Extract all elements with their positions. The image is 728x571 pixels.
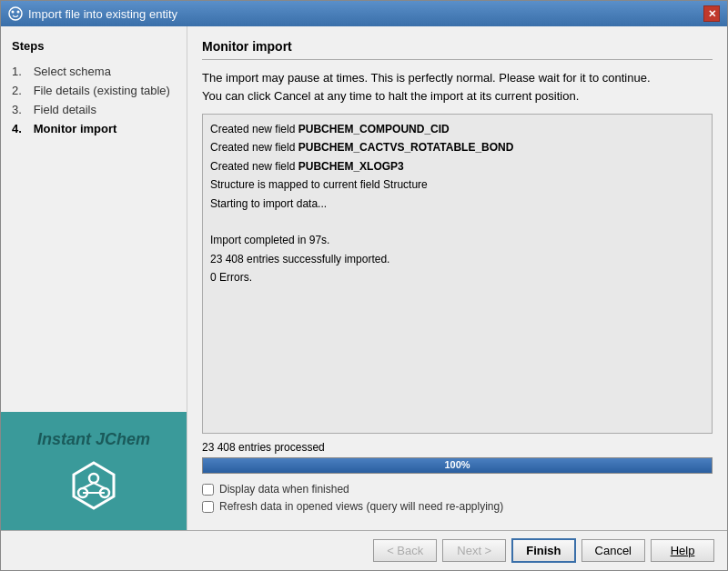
log-line-3: Created new field PUBCHEM_XLOGP3 bbox=[210, 157, 704, 175]
step-2-label: File details (existing table) bbox=[34, 84, 170, 97]
log-line-8: 0 Errors. bbox=[210, 268, 704, 286]
back-button[interactable]: < Back bbox=[373, 539, 437, 562]
svg-line-8 bbox=[94, 483, 105, 488]
bottom-bar: < Back Next > Finish Cancel Help bbox=[1, 530, 727, 570]
step-3: 3. Field details bbox=[12, 100, 176, 119]
window-icon bbox=[8, 6, 23, 21]
title-bar: Import file into existing entity ✕ bbox=[1, 1, 727, 26]
log-line-6: Import completed in 97s. bbox=[210, 231, 704, 249]
steps-heading: Steps bbox=[12, 39, 176, 53]
svg-point-0 bbox=[9, 7, 22, 20]
step-2-number: 2. bbox=[12, 84, 30, 97]
close-button[interactable]: ✕ bbox=[703, 5, 720, 22]
info-text: The import may pause at times. This is p… bbox=[202, 69, 713, 105]
field-name-1: PUBCHEM_COMPOUND_CID bbox=[298, 123, 450, 135]
next-button[interactable]: Next > bbox=[442, 539, 506, 562]
log-line-4: Structure is mapped to current field Str… bbox=[210, 175, 704, 194]
brand-icon bbox=[66, 458, 121, 513]
refresh-data-checkbox[interactable] bbox=[202, 501, 214, 513]
step-1-label: Select schema bbox=[34, 65, 111, 78]
status-line: 23 408 entries processed bbox=[202, 441, 713, 454]
step-1-number: 1. bbox=[12, 65, 30, 78]
progress-text: 100% bbox=[203, 459, 712, 470]
sidebar: Steps 1. Select schema 2. File details (… bbox=[1, 26, 187, 530]
log-line-blank bbox=[210, 213, 704, 231]
info-line2: You can click Cancel at any time to halt… bbox=[202, 89, 579, 103]
cancel-button[interactable]: Cancel bbox=[581, 539, 645, 562]
step-2: 2. File details (existing table) bbox=[12, 81, 176, 100]
step-3-label: Field details bbox=[34, 103, 96, 116]
step-4-label: Monitor import bbox=[34, 122, 117, 135]
finish-button[interactable]: Finish bbox=[511, 538, 575, 563]
step-4-number: 4. bbox=[12, 122, 30, 135]
steps-list: 1. Select schema 2. File details (existi… bbox=[12, 62, 176, 138]
step-3-number: 3. bbox=[12, 103, 30, 116]
sidebar-steps: Steps 1. Select schema 2. File details (… bbox=[12, 39, 176, 425]
svg-point-2 bbox=[17, 11, 20, 14]
title-text: Import file into existing entity bbox=[28, 7, 177, 21]
log-line-5: Starting to import data... bbox=[210, 195, 704, 213]
svg-point-1 bbox=[12, 11, 15, 14]
svg-marker-3 bbox=[74, 463, 114, 508]
help-label: Help bbox=[671, 544, 695, 557]
progress-bar-container: 100% bbox=[202, 457, 713, 474]
log-line-7: 23 408 entries successfully imported. bbox=[210, 250, 704, 268]
field-name-2: PUBCHEM_CACTVS_ROTATABLE_BOND bbox=[298, 141, 514, 154]
main-window: Import file into existing entity ✕ Steps… bbox=[0, 0, 728, 571]
refresh-data-label: Refresh data in opened views (query will… bbox=[219, 500, 503, 513]
log-line-2: Created new field PUBCHEM_CACTVS_ROTATAB… bbox=[210, 138, 704, 156]
checkbox-row-1: Display data when finished bbox=[202, 483, 713, 496]
right-panel: Monitor import The import may pause at t… bbox=[187, 26, 727, 530]
panel-title: Monitor import bbox=[202, 39, 713, 60]
info-line1: The import may pause at times. This is p… bbox=[202, 71, 651, 85]
svg-point-4 bbox=[89, 474, 98, 483]
log-line-1: Created new field PUBCHEM_COMPOUND_CID bbox=[210, 120, 704, 138]
step-4: 4. Monitor import bbox=[12, 119, 176, 138]
title-bar-left: Import file into existing entity bbox=[8, 6, 177, 21]
display-data-checkbox[interactable] bbox=[202, 484, 214, 496]
step-1: 1. Select schema bbox=[12, 62, 176, 81]
checkbox-row-2: Refresh data in opened views (query will… bbox=[202, 500, 713, 513]
brand-text: Instant JChem bbox=[37, 430, 150, 449]
help-button[interactable]: Help bbox=[651, 539, 714, 562]
svg-line-7 bbox=[83, 483, 94, 488]
log-area: Created new field PUBCHEM_COMPOUND_CID C… bbox=[202, 114, 713, 434]
field-name-3: PUBCHEM_XLOGP3 bbox=[298, 160, 404, 173]
main-content: Steps 1. Select schema 2. File details (… bbox=[1, 26, 727, 530]
display-data-label: Display data when finished bbox=[219, 483, 349, 496]
sidebar-bottom: Instant JChem bbox=[1, 412, 187, 530]
